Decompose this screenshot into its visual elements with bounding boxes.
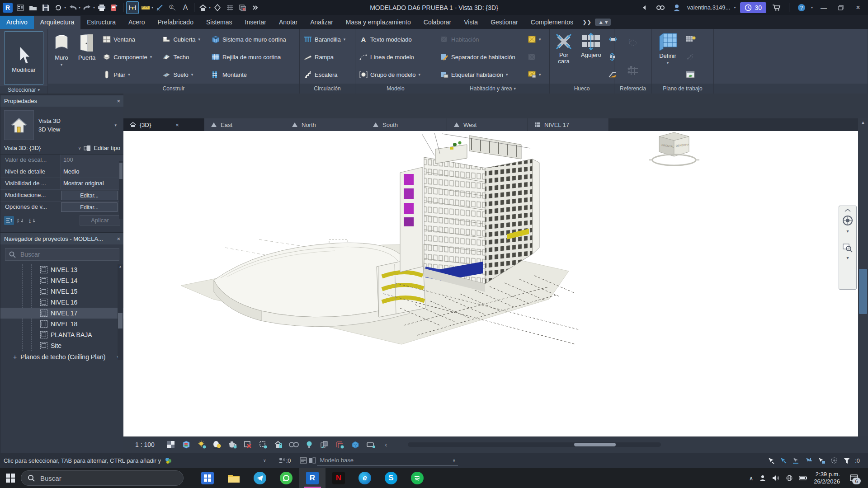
tab-vista[interactable]: Vista [458,16,484,29]
sort-za-icon[interactable]: ZA [28,216,38,225]
panel-label-plano[interactable]: Plano de trabajo [652,84,713,94]
show-workplane-icon[interactable] [684,31,698,47]
window-button[interactable]: Ventana [101,31,158,47]
properties-close-icon[interactable]: × [117,98,120,104]
temporary-hide-isolate-icon[interactable] [304,439,315,450]
trial-days-badge[interactable]: 30 [740,2,766,13]
displaced-elements-icon[interactable] [319,439,330,450]
mullion-button[interactable]: Montante [210,66,297,83]
visual-style-icon[interactable] [165,439,176,450]
help-dropdown-icon[interactable]: ▾ [811,5,813,9]
tray-network-icon[interactable] [786,475,793,481]
save-icon[interactable] [40,2,52,14]
property-row[interactable]: Nivel de detalle Medio [0,166,124,178]
sun-path-icon[interactable] [196,439,207,450]
shadows-icon[interactable] [212,439,222,450]
curtain-grid-button[interactable]: Rejilla de muro cortina [210,49,297,65]
tab-colaborar[interactable]: Colaborar [417,16,458,29]
property-value[interactable]: Mostrar original [60,178,124,189]
view-cube[interactable]: FRONTAL DERECHA [649,132,699,165]
browser-scrollbar[interactable]: ▴ [118,264,123,360]
tree-item-nivel-18[interactable]: NIVEL 18 [0,319,124,329]
worksets-dialog-icon[interactable] [299,456,308,465]
close-view-icon[interactable]: × [175,122,179,128]
view-tab-north[interactable]: North [285,118,366,131]
modify-button[interactable]: Modificar [4,31,43,85]
room-separator-button[interactable]: Separador de habitación [439,49,524,65]
panel-label-construir[interactable]: Construir [48,84,299,94]
properties-scrollbar[interactable] [119,161,123,219]
revit-logo[interactable]: R [2,2,14,14]
property-row[interactable]: Visibilidad de ... Mostrar original [0,178,124,190]
active-workset-select[interactable]: Modelo base ∨ [317,455,458,466]
export-icon[interactable] [108,2,120,14]
taskbar-app-edge[interactable]: e [352,468,378,488]
tray-person-icon[interactable] [760,475,766,481]
tab-analizar[interactable]: Analizar [304,16,340,29]
taskbar-app-telegram[interactable] [247,468,273,488]
tree-item-nivel-17[interactable]: NIVEL 17 [0,308,124,319]
set-workplane-button[interactable]: Definir▾ [654,30,681,84]
analytical-model-icon[interactable] [350,439,361,450]
tree-item-planta-baja[interactable]: PLANTA BAJA [0,329,124,340]
canvas-vertical-scrollbar[interactable]: ▲ ▼ [858,118,868,453]
taskbar-search[interactable] [21,470,184,486]
select-pinned-icon[interactable] [804,456,813,465]
stair-button[interactable]: Escalera [302,66,353,83]
modify-pin-icon[interactable] [126,1,139,14]
tab-archivo[interactable]: Archivo [0,16,34,29]
property-row[interactable]: Valor de escal... 100 [0,155,124,166]
section-icon[interactable] [212,2,223,14]
crop-region-icon[interactable] [258,439,269,450]
vertical-scroll-thumb[interactable] [859,269,867,314]
panel-label-habitacion[interactable]: Habitación y área▾ [436,84,549,94]
print-icon[interactable] [96,2,108,14]
user-avatar[interactable] [671,2,683,14]
sync-dropdown-icon[interactable]: ▾ [64,5,66,9]
panel-label-referencia[interactable]: Referencia [614,84,651,94]
type-preview[interactable] [4,110,34,140]
zoom-tool-dropdown-icon[interactable]: ▾ [846,255,849,260]
default-3d-view-icon[interactable] [197,2,209,14]
taskbar-app-office[interactable] [194,468,221,488]
navbar-collapse-icon[interactable] [844,209,851,212]
qat-expand-icon[interactable] [250,2,261,14]
open-icon[interactable] [27,2,39,14]
tray-battery-icon[interactable] [799,476,807,480]
reveal-hidden-icon[interactable] [288,439,299,450]
component-button[interactable]: Componente▾ [101,49,158,65]
property-row[interactable]: Modificacione... Editar... [0,190,124,202]
door-button[interactable]: Puerta [75,30,98,84]
redo-dropdown-icon[interactable]: ▾ [93,5,95,9]
browser-search-input[interactable] [19,250,103,258]
view-scale-button[interactable]: 1 : 100 [135,441,155,448]
tab-complementos[interactable]: Complementos [524,16,580,29]
workset-dropdown-icon[interactable]: ∨ [453,458,456,463]
area-button[interactable]: ▾ [526,31,545,47]
panel-label-modelo[interactable]: Modelo [355,84,436,94]
measure-dropdown-icon[interactable]: ▾ [151,5,153,9]
taskbar-app-revit[interactable]: R [299,468,326,488]
worksharing-display-icon[interactable] [365,439,376,450]
tree-item-site[interactable]: Site [0,340,124,351]
quick-properties-icon[interactable] [14,2,26,14]
tabs-overflow-icon[interactable]: ❯❯ [582,19,591,25]
search-help-icon[interactable] [655,2,666,14]
tree-item-ceiling-plans[interactable]: + Planos de techo (Ceiling Plan) ∨ [0,351,124,363]
tag-icon[interactable]: 1 [167,2,179,14]
property-value[interactable]: 100 [60,155,124,166]
apply-button[interactable]: Aplicar [80,215,120,225]
workset-list-icon[interactable] [308,456,317,465]
wall-button[interactable]: Muro▾ [50,30,73,84]
view-tab-east[interactable]: East [204,118,285,131]
selection-filter-icon[interactable] [842,456,851,465]
detail-level-icon[interactable] [181,439,192,450]
view-tab-3d[interactable]: {3D} × [123,118,204,131]
model-group-button[interactable]: Grupo de modelo▾ [358,66,434,83]
tab-estructura[interactable]: Estructura [80,16,122,29]
select-underlay-icon[interactable] [792,456,801,465]
tag-area-button[interactable]: ▾ [526,66,545,83]
notification-center-button[interactable]: 6 [846,470,862,486]
expand-icon[interactable]: + [13,353,17,361]
ceiling-button[interactable]: Techo [160,49,207,65]
